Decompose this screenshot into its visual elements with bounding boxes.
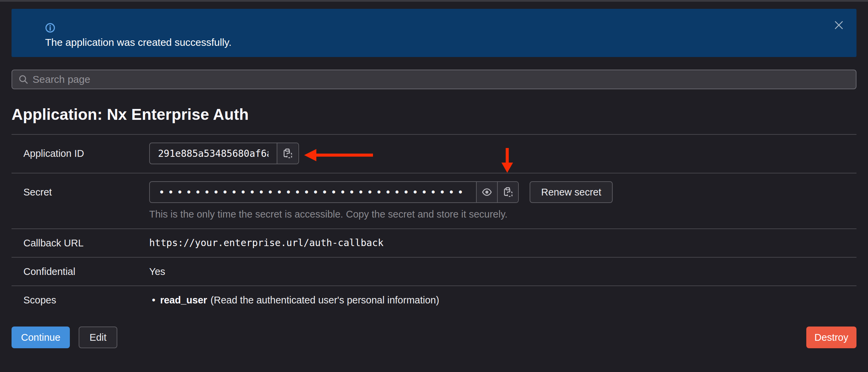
scope-description: (Read the authenticated user's personal … (211, 294, 439, 306)
application-id-label: Application ID (12, 143, 149, 159)
page-search (12, 70, 856, 89)
application-details-table: Application ID Secret (12, 134, 856, 315)
copy-icon (503, 187, 513, 197)
page-title: Application: Nx Enterprise Auth (12, 105, 856, 124)
secret-field-group (149, 181, 519, 203)
scopes-label: Scopes (12, 294, 149, 306)
copy-icon (282, 148, 293, 159)
scope-name: read_user (160, 294, 207, 306)
secret-helper-text: This is the only time the secret is acce… (149, 208, 856, 220)
close-icon (834, 20, 844, 30)
alert-close-button[interactable] (831, 18, 846, 33)
application-id-row: Application ID (12, 134, 856, 173)
confidential-value: Yes (149, 266, 856, 277)
secret-label: Secret (12, 181, 149, 198)
destroy-button[interactable]: Destroy (806, 327, 856, 348)
callback-url-row: Callback URL https://your.enterprise.url… (12, 228, 856, 257)
success-alert-banner: The application was created successfully… (12, 9, 856, 57)
callback-url-label: Callback URL (12, 237, 149, 249)
footer-actions: Continue Edit Destroy (12, 327, 856, 348)
application-id-input[interactable] (150, 143, 277, 164)
info-circle-icon (45, 23, 55, 33)
copy-secret-button[interactable] (497, 182, 518, 202)
secret-row: Secret (12, 173, 856, 228)
search-input[interactable] (33, 74, 850, 85)
callback-url-value: https://your.enterprise.url/auth-callbac… (149, 237, 856, 249)
reveal-secret-button[interactable] (476, 182, 497, 202)
eye-icon (481, 187, 492, 198)
renew-secret-button[interactable]: Renew secret (530, 181, 613, 203)
scopes-row: Scopes • read_user (Read the authenticat… (12, 285, 856, 315)
scope-bullet: • (152, 294, 155, 306)
edit-button[interactable]: Edit (79, 327, 117, 348)
continue-button[interactable]: Continue (12, 327, 70, 348)
alert-message: The application was created successfully… (45, 37, 856, 48)
scope-item: • read_user (Read the authenticated user… (149, 294, 856, 306)
window-top-edge (0, 0, 868, 2)
confidential-label: Confidential (12, 266, 149, 277)
application-id-field-group (149, 143, 299, 164)
copy-application-id-button[interactable] (277, 143, 298, 164)
search-icon (18, 74, 28, 85)
scopes-list: • read_user (Read the authenticated user… (149, 294, 856, 306)
secret-masked-input[interactable] (150, 182, 476, 202)
confidential-row: Confidential Yes (12, 257, 856, 285)
